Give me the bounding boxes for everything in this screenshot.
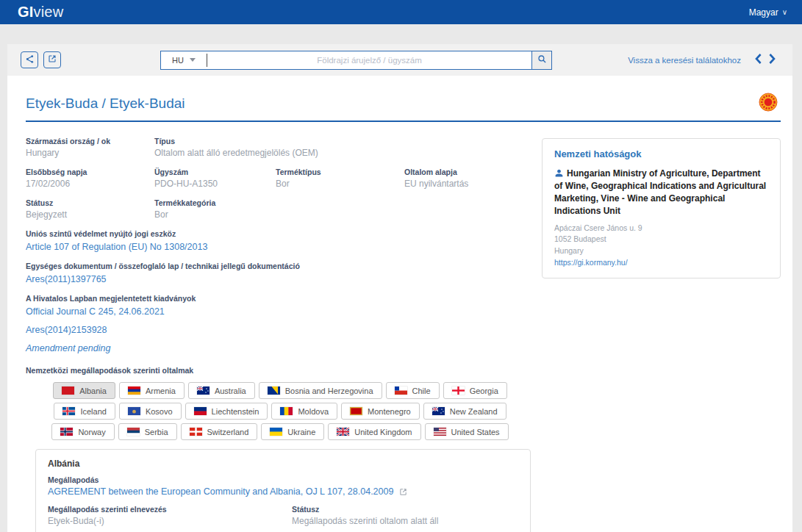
australia-flag-icon [197,387,210,395]
field-label: Státusz [26,198,154,207]
country-label: Bosnia and Herzegovina [285,387,373,395]
field-value: Bor [154,209,276,220]
field-protection-basis: Oltalom alapja EU nyilvántartás [404,168,540,189]
field-value: Bor [276,179,404,189]
field-file-number: Ügyszám PDO-HU-A1350 [154,168,276,189]
field-value: PDO-HU-A1350 [154,179,276,189]
search-icon [537,54,547,66]
country-button-norway[interactable]: Norway [51,423,114,440]
country-label: Liechtenstein [212,407,259,416]
agreement-name-field: Megállapodás szerinti elnevezés Etyek-Bu… [48,505,292,526]
search-button[interactable] [531,51,551,69]
address-line: 1052 Budapest [554,234,768,245]
norway-flag-icon [60,428,73,436]
giview-logo[interactable]: GIview [18,4,63,21]
country-button-united-states[interactable]: United States [425,423,509,440]
country-button-liechtenstein[interactable]: Liechtenstein [185,403,268,420]
country-label: Albania [79,387,107,395]
country-button-georgia[interactable]: Georgia [443,382,507,399]
country-button-armenia[interactable]: Armenia [119,382,185,399]
armenia-flag-icon [128,387,140,395]
field-label: Megállapodás szerinti elnevezés [48,505,292,514]
field-label: Státusz [292,505,518,514]
field-label: Termékkategória [154,198,276,207]
kosovo-flag-icon [128,407,140,415]
bosnia-and-herzegovina-flag-icon [268,387,280,395]
country-label: Armenia [146,387,176,395]
ares-publication-link[interactable]: Ares(2014)2153928 [26,325,107,335]
country-label: Kosovo [146,407,173,416]
country-button-united-kingdom[interactable]: United Kingdom [328,423,420,440]
search-language-value: HU [172,56,184,65]
field-value: 17/02/2006 [26,179,154,189]
field-label: Uniós szintű védelmet nyújtó jogi eszköz [26,229,540,238]
country-button-kosovo[interactable]: Kosovo [119,403,182,420]
field-label: A Hivatalos Lapban megjelentetett kiadvá… [26,294,540,303]
language-label: Magyar [749,7,778,18]
chevron-down-icon: ∨ [782,8,787,16]
field-value: EU nyilvántartás [404,179,540,189]
field-value: Hungary [26,148,154,158]
country-label: Norway [78,428,105,436]
agreement-link-row: Megállapodás AGREEMENT between the Europ… [48,475,518,498]
previous-result-button[interactable] [754,53,762,67]
next-result-button[interactable] [768,53,776,67]
agreement-link[interactable]: AGREEMENT between the European Community… [48,486,393,497]
back-to-results-link[interactable]: Vissza a keresési találatokhoz [628,56,741,65]
country-label: Moldova [298,407,329,416]
logo-light: view [34,4,64,20]
field-label: Elsőbbség napja [26,168,154,176]
country-button-australia[interactable]: Australia [188,382,255,399]
country-button-iceland[interactable]: Iceland [54,403,115,420]
export-button[interactable] [43,51,61,68]
field-label: Megállapodás [48,475,518,484]
language-dropdown[interactable]: Magyar ∨ [749,7,787,18]
regulation-link[interactable]: Article 107 of Regulation (EU) No 1308/2… [26,242,207,252]
ukraine-flag-icon [270,428,282,436]
agreement-card: Albánia Megállapodás AGREEMENT between t… [35,449,531,532]
field-product-type: Terméktípus Bor [276,168,404,189]
field-label: Ügyszám [154,168,276,176]
export-icon [48,54,57,65]
overview-grid: Származási ország / ok Hungary Típus Olt… [26,137,540,220]
authority-website-link[interactable]: https://gi.kormany.hu/ [554,258,628,267]
country-button-bosnia-and-herzegovina[interactable]: Bosnia and Herzegovina [259,382,382,399]
country-button-montenegro[interactable]: Montenegro [341,403,420,420]
country-button-chile[interactable]: Chile [386,382,440,399]
field-priority-date: Elsőbbség napja 17/02/2006 [26,168,154,189]
serbia-flag-icon [127,428,140,436]
country-label: United Kingdom [354,428,412,436]
address-line: Apáczai Csere János u. 9 [554,223,768,234]
share-button[interactable] [21,51,38,68]
logo-bold: GI [18,4,34,20]
moldova-flag-icon [280,407,293,415]
country-button-ukraine[interactable]: Ukraine [261,423,324,440]
search-input[interactable] [207,51,531,69]
country-label: Australia [215,387,246,395]
amendment-pending-link[interactable]: Amendment pending [26,343,110,353]
field-type: Típus Oltalom alatt álló eredetmegjelölé… [154,137,540,158]
country-button-moldova[interactable]: Moldova [271,403,337,420]
agreement-country-title: Albánia [48,459,518,469]
search-language-select[interactable]: HU [161,51,207,69]
search-bar: HU [160,51,552,70]
country-label: New Zealand [450,407,498,416]
country-button-serbia[interactable]: Serbia [118,423,177,440]
official-journal-link[interactable]: Official Journal C 245, 24.06.2021 [26,306,165,317]
authority-name-text: Hungarian Ministry of Agriculture, Depar… [554,168,766,216]
switzerland-flag-icon [190,428,202,436]
single-document-row: Egységes dokumentum / összefoglaló lap /… [26,262,540,284]
country-label: Ukraine [287,428,315,436]
country-button-new-zealand[interactable]: New Zealand [423,403,506,420]
ares-document-link[interactable]: Ares(2011)1397765 [26,274,107,284]
toolbar-band: HU Vissza a keresési találatokhoz [7,44,792,76]
country-label: Serbia [145,428,168,436]
country-button-switzerland[interactable]: Switzerland [181,423,258,440]
authority-name: Hungarian Ministry of Agriculture, Depar… [554,168,768,218]
app-header: GIview Magyar ∨ [0,0,802,24]
page-title: Etyek-Buda / Etyek-Budai [26,96,185,112]
international-protections-label: Nemzetközi megállapodások szerinti oltal… [26,366,540,375]
authorities-title: Nemzeti hatóságok [554,148,768,159]
country-button-albania[interactable]: Albania [53,382,115,399]
chile-flag-icon [395,387,407,395]
